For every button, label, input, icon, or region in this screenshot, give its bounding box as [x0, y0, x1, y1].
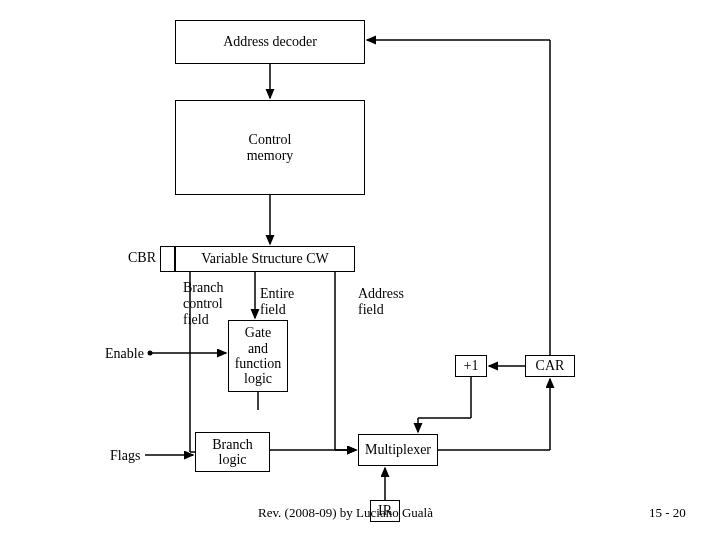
gate-logic-line4: logic	[244, 371, 272, 386]
gate-logic-line1: Gate	[245, 325, 271, 340]
branch-logic-line1: Branch	[212, 437, 252, 452]
cbr-register-box	[160, 246, 175, 272]
cbr-label: CBR	[128, 250, 156, 266]
plus-one-label: +1	[464, 358, 479, 374]
control-memory-box: Control memory	[175, 100, 365, 195]
control-memory-line2: memory	[247, 148, 294, 164]
multiplexer-label: Multiplexer	[365, 442, 431, 458]
variable-structure-cw-box: Variable Structure CW	[175, 246, 355, 272]
address-decoder-box: Address decoder	[175, 20, 365, 64]
gate-function-logic-box: Gate and function logic	[228, 320, 288, 392]
branch-control-field-label: Branch control field	[183, 280, 223, 328]
flags-label: Flags	[110, 448, 140, 464]
enable-label: Enable	[105, 346, 144, 362]
branch-logic-line2: logic	[219, 452, 247, 467]
svg-point-6	[148, 351, 153, 356]
gate-logic-line3: function	[235, 356, 282, 371]
multiplexer-box: Multiplexer	[358, 434, 438, 466]
footer-credit: Rev. (2008-09) by Luciano Gualà	[258, 505, 433, 521]
control-memory-line1: Control	[249, 132, 292, 148]
variable-structure-cw-label: Variable Structure CW	[201, 251, 329, 267]
branch-logic-box: Branch logic	[195, 432, 270, 472]
car-box: CAR	[525, 355, 575, 377]
entire-field-label: Entire field	[260, 286, 294, 318]
footer-page: 15 - 20	[649, 505, 686, 521]
gate-logic-line2: and	[248, 341, 268, 356]
car-label: CAR	[536, 358, 565, 374]
plus-one-box: +1	[455, 355, 487, 377]
address-field-label: Address field	[358, 286, 404, 318]
address-decoder-label: Address decoder	[223, 34, 317, 50]
